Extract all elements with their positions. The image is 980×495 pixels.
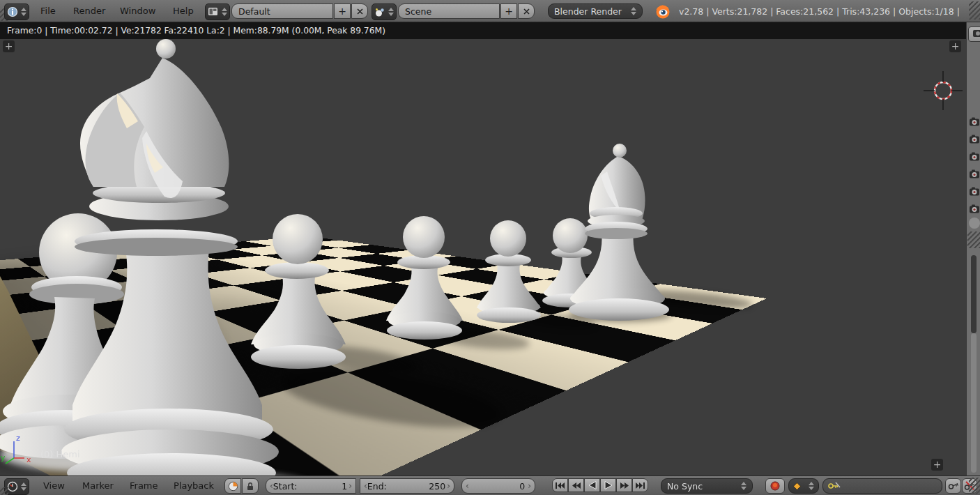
keying-set-key-icon [827, 481, 841, 491]
editor-switch-arrows [21, 8, 26, 16]
menu-file[interactable]: File [36, 0, 60, 22]
info-editor-icon [7, 6, 18, 17]
playback-controls [552, 478, 648, 492]
toolshelf-expand-button[interactable]: + [3, 40, 15, 52]
corner-grip[interactable] [969, 1, 980, 20]
blender-window: File Render Window Help Default + [0, 0, 980, 495]
engine-select-arrows [631, 7, 636, 15]
scene-statistics: v2.78 | Verts:21,782 | Faces:21,562 | Tr… [679, 6, 960, 17]
keying-diamond-icon [793, 482, 801, 490]
3d-viewport[interactable]: z y x + + + (0) Hemi [0, 39, 966, 475]
editor-type-button[interactable] [4, 3, 29, 20]
scene-switch-arrows [388, 8, 394, 16]
sync-mode-select[interactable]: No Sync [661, 478, 753, 494]
scene-browse-button[interactable] [372, 3, 397, 20]
current-frame-value: 0 [469, 481, 528, 492]
active-object-label: (0) Hemi [40, 449, 80, 459]
info-header: File Render Window Help Default + [0, 0, 980, 22]
screen-layout-button[interactable] [205, 3, 230, 20]
render-engine-select[interactable]: Blender Render [548, 3, 643, 19]
lock-icon [246, 482, 254, 491]
key-icon [948, 482, 959, 490]
camera-render-toggle-icon[interactable] [969, 185, 980, 195]
scene-name-field[interactable]: Scene [398, 3, 500, 19]
add-scene-button[interactable]: + [500, 3, 517, 19]
jump-to-start-button[interactable] [552, 478, 568, 492]
panel-expand-button[interactable]: + [931, 459, 943, 471]
scrollbar-track[interactable] [971, 255, 977, 333]
axis-x-label: x [26, 455, 31, 464]
add-layout-button[interactable]: + [334, 3, 351, 19]
menu-help[interactable]: Help [169, 0, 198, 22]
end-frame-field[interactable]: ‹ End: 250 › [360, 478, 454, 494]
close-icon [523, 8, 530, 15]
preview-range-clock-icon [228, 481, 238, 492]
timeline-editor-icon [7, 481, 18, 492]
menu-frame[interactable]: Frame [125, 476, 162, 495]
lock-time-cursor-toggle[interactable] [242, 478, 259, 494]
properties-panel-expand-button[interactable]: + [949, 40, 961, 52]
end-frame-value: 250 [387, 481, 447, 492]
increment-arrow[interactable]: › [349, 479, 352, 493]
menu-view[interactable]: View [39, 476, 69, 495]
chess-scene: z y x [0, 39, 966, 475]
increment-arrow[interactable]: › [447, 479, 450, 493]
camera-render-toggle-icon[interactable] [969, 116, 980, 125]
outliner-edge-strip [966, 22, 980, 475]
increment-arrow[interactable]: › [528, 479, 531, 493]
close-icon [357, 8, 363, 15]
camera-render-toggle-icon[interactable] [969, 133, 980, 143]
timeline-header: View Marker Frame Playback ‹ Start: 1 › … [0, 475, 980, 495]
menu-window[interactable]: Window [116, 0, 160, 22]
render-stats-bar: Frame:0 | Time:00:02.72 | Ve:21782 Fa:22… [0, 22, 966, 39]
autokey-mode-select[interactable] [788, 478, 819, 494]
corner-grip[interactable] [969, 478, 980, 494]
scene-icon [374, 7, 385, 17]
camera-render-toggle-icon[interactable] [969, 168, 980, 178]
start-frame-field[interactable]: ‹ Start: 1 › [266, 478, 356, 494]
corner-grip[interactable] [967, 231, 980, 248]
partial-icon-button[interactable] [968, 26, 980, 42]
delete-layout-button[interactable] [351, 3, 368, 19]
camera-render-toggle-icon[interactable] [969, 151, 980, 160]
scrollbar-thumb[interactable] [971, 333, 977, 473]
menu-playback[interactable]: Playback [169, 476, 218, 495]
camera-render-toggle-icon[interactable] [969, 203, 980, 213]
delete-scene-button[interactable] [518, 3, 535, 19]
current-frame-field[interactable]: ‹ 0 › [461, 478, 535, 494]
blender-logo [654, 3, 672, 20]
next-keyframe-button[interactable] [616, 478, 632, 492]
menu-marker[interactable]: Marker [78, 476, 118, 495]
axis-z-label: z [16, 434, 20, 443]
material-preview-sphere [969, 218, 980, 229]
jump-to-end-button[interactable] [632, 478, 648, 492]
sync-select-arrows [741, 482, 747, 490]
keying-select-arrows [809, 482, 814, 490]
screen-layout-field[interactable]: Default [231, 3, 333, 19]
screen-layout-icon [208, 7, 219, 17]
play-button[interactable] [600, 478, 616, 492]
chess-pawn [251, 214, 346, 369]
record-icon [770, 481, 780, 491]
3d-cursor [924, 71, 963, 110]
layout-switch-arrows [222, 8, 227, 16]
use-preview-range-toggle[interactable] [224, 478, 241, 494]
corner-grip[interactable] [0, 487, 8, 495]
chess-pawn [477, 220, 541, 323]
play-reverse-button[interactable] [584, 478, 600, 492]
active-keying-set-field[interactable] [822, 478, 942, 494]
menu-render[interactable]: Render [69, 0, 109, 22]
insert-keyframe-button[interactable] [945, 478, 961, 494]
previous-keyframe-button[interactable] [568, 478, 584, 492]
axis-y-label: y [1, 453, 6, 462]
autokey-record-button[interactable] [765, 478, 785, 494]
start-frame-value: 1 [298, 481, 349, 492]
editor-switch-arrows [21, 482, 26, 491]
chess-pawn [386, 216, 463, 340]
